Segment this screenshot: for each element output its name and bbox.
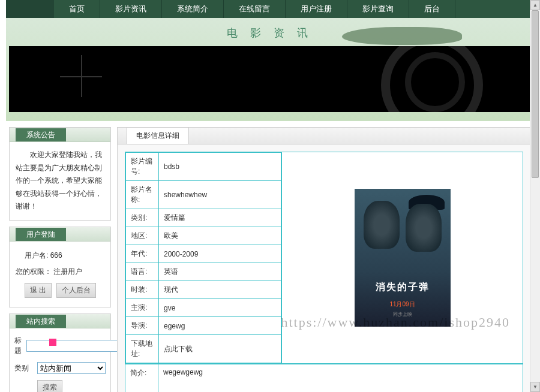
announce-panel: 系统公告 欢迎大家登陆我站，我站主要是为广大朋友精心制作的一个系统，希望大家能够…	[9, 127, 111, 221]
pink-marker-icon	[49, 339, 56, 346]
search-button[interactable]: 搜索	[37, 380, 62, 392]
table-row: 类别:爱情篇	[126, 209, 281, 227]
nav-message[interactable]: 在线留言	[224, 0, 286, 18]
username-value: 666	[50, 251, 62, 260]
table-row: 影片编号:bdsb	[126, 153, 281, 181]
login-role-row: 您的权限： 注册用户	[16, 267, 104, 277]
main-tabs: 电影信息详细	[118, 128, 530, 144]
search-title: 站内搜索	[16, 315, 66, 328]
top-nav: 首页 影片资讯 系统简介 在线留言 用户注册 影片查询 后台	[6, 0, 534, 18]
role-value: 注册用户	[53, 267, 82, 276]
nav-register[interactable]: 用户注册	[286, 0, 347, 18]
table-row: 年代:2000-2009	[126, 245, 281, 263]
announce-title: 系统公告	[16, 128, 66, 141]
nav-news[interactable]: 影片资讯	[100, 0, 162, 18]
search-cat-label: 类别	[14, 363, 32, 373]
nav-home[interactable]: 首页	[54, 0, 100, 18]
search-panel: 站内搜索 标题 类别 站内新闻 搜索	[9, 313, 111, 392]
logo-slot	[6, 0, 54, 18]
role-label: 您的权限：	[16, 267, 52, 276]
personal-button[interactable]: 个人后台	[56, 283, 96, 298]
logout-button[interactable]: 退 出	[25, 283, 52, 298]
login-title: 用户登陆	[16, 228, 66, 241]
login-username-row: 用户名: 666	[16, 251, 104, 261]
intro-table: 简介: wegewgewg	[125, 364, 523, 392]
nav-items: 首页 影片资讯 系统简介 在线留言 用户注册 影片查询 后台	[54, 0, 534, 18]
search-cat-select[interactable]: 站内新闻	[37, 362, 106, 374]
announce-text: 欢迎大家登陆我站，我站主要是为广大朋友精心制作的一个系统，希望大家能够在我站获得…	[16, 149, 104, 213]
scroll-thumb[interactable]	[532, 10, 539, 178]
login-panel: 用户登陆 用户名: 666 您的权限： 注册用户 退 出 个人后台	[9, 227, 111, 307]
detail-wrap: 影片编号:bdsb 影片名称:shewhewhew 类别:爱情篇 地区:欧美 年…	[125, 152, 523, 364]
banner-title: 电 影 资 讯	[6, 23, 534, 46]
table-row: 主演:gve	[126, 299, 281, 317]
scrollbar[interactable]: ▲ ▼	[530, 0, 540, 392]
nav-admin[interactable]: 后台	[409, 0, 455, 18]
nav-query[interactable]: 影片查询	[347, 0, 409, 18]
sidebar: 系统公告 欢迎大家登陆我站，我站主要是为广大朋友精心制作的一个系统，希望大家能够…	[9, 127, 111, 392]
banner: 电 影 资 讯	[6, 18, 534, 121]
download-link[interactable]: 点此下载	[159, 335, 281, 363]
nav-about[interactable]: 系统简介	[162, 0, 224, 18]
poster-date: 11月09日	[355, 300, 451, 309]
table-row: 导演:egewg	[126, 317, 281, 335]
table-row: 地区:欧美	[126, 227, 281, 245]
table-row: 简介: wegewgewg	[125, 364, 523, 393]
table-row: 语言:英语	[126, 263, 281, 281]
scroll-up-icon[interactable]: ▲	[530, 0, 540, 10]
search-field-label: 标题	[14, 336, 22, 356]
table-row: 影片名称:shewhewhew	[126, 181, 281, 209]
scroll-down-icon[interactable]: ▼	[530, 382, 540, 392]
poster-sub: 同步上映	[355, 311, 451, 318]
table-row: 时装:现代	[126, 281, 281, 299]
tab-detail[interactable]: 电影信息详细	[127, 127, 189, 144]
username-label: 用户名:	[25, 251, 48, 260]
poster-title: 消失的子弹	[355, 281, 451, 294]
movie-poster: 消失的子弹 11月09日 同步上映	[355, 189, 451, 327]
main-area: 电影信息详细 影片编号:bdsb 影片名称:shewhewhew 类别:爱情篇 …	[117, 127, 531, 392]
table-row: 下载地址:点此下载	[126, 335, 281, 363]
banner-image	[9, 46, 531, 112]
detail-table: 影片编号:bdsb 影片名称:shewhewhew 类别:爱情篇 地区:欧美 年…	[125, 152, 281, 363]
